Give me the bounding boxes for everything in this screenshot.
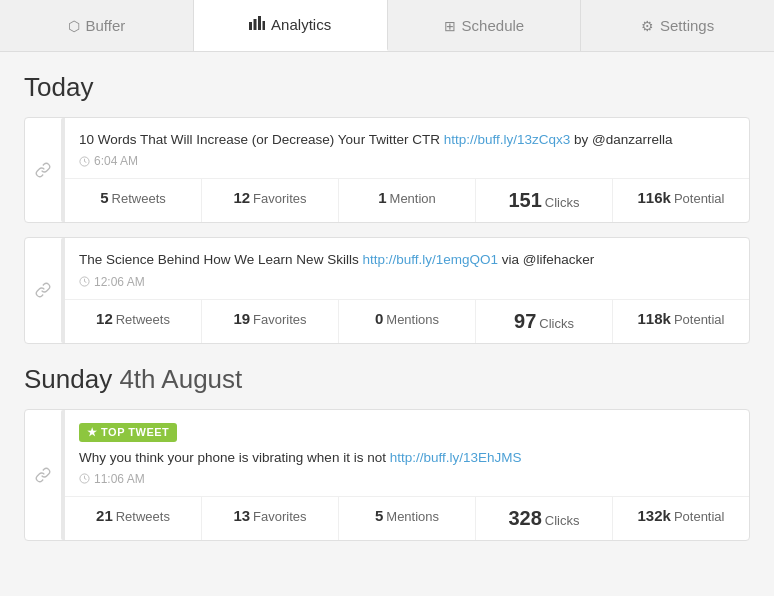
section-sunday-title: Sunday 4th August <box>24 364 750 395</box>
tweet-time: 6:04 AM <box>79 154 735 168</box>
top-tweet-badge: ★ TOP TWEET <box>79 423 177 442</box>
tab-schedule-label: Schedule <box>462 17 525 34</box>
tweet-text: 10 Words That Will Increase (or Decrease… <box>79 130 735 150</box>
stat-favorites: 13Favorites <box>202 497 339 540</box>
svg-rect-0 <box>249 22 252 30</box>
tweet-link[interactable]: http://buff.ly/13EhJMS <box>390 450 522 465</box>
svg-rect-1 <box>254 19 257 30</box>
svg-rect-3 <box>263 21 266 30</box>
stat-retweets: 5Retweets <box>65 179 202 222</box>
tweet-body: The Science Behind How We Learn New Skil… <box>65 238 749 342</box>
tab-settings[interactable]: ⚙ Settings <box>581 0 774 51</box>
stat-mentions: 0Mentions <box>339 300 476 343</box>
stat-clicks: 151Clicks <box>476 179 613 222</box>
stat-favorites: 19Favorites <box>202 300 339 343</box>
stat-potential: 116kPotential <box>613 179 749 222</box>
link-icon[interactable] <box>25 238 61 342</box>
tweet-link[interactable]: http://buff.ly/13zCqx3 <box>444 132 571 147</box>
stat-clicks: 97Clicks <box>476 300 613 343</box>
schedule-icon: ⊞ <box>444 18 456 34</box>
stat-favorites: 12Favorites <box>202 179 339 222</box>
stat-potential: 118kPotential <box>613 300 749 343</box>
sunday-date: 4th August <box>119 364 242 394</box>
stat-mention: 1Mention <box>339 179 476 222</box>
link-icon[interactable] <box>25 118 61 222</box>
tweet-card: ★ TOP TWEET Why you think your phone is … <box>24 409 750 541</box>
analytics-icon <box>249 16 265 33</box>
link-icon[interactable] <box>25 410 61 540</box>
tab-buffer-label: Buffer <box>86 17 126 34</box>
tweet-body: ★ TOP TWEET Why you think your phone is … <box>65 410 749 540</box>
tab-schedule[interactable]: ⊞ Schedule <box>388 0 582 51</box>
stat-retweets: 21Retweets <box>65 497 202 540</box>
section-today-title: Today <box>24 72 750 103</box>
tab-buffer[interactable]: ⬡ Buffer <box>0 0 194 51</box>
settings-icon: ⚙ <box>641 18 654 34</box>
tweet-text: Why you think your phone is vibrating wh… <box>79 448 735 468</box>
tweet-link[interactable]: http://buff.ly/1emgQO1 <box>362 252 498 267</box>
stat-retweets: 12Retweets <box>65 300 202 343</box>
stat-clicks: 328Clicks <box>476 497 613 540</box>
tweet-body: 10 Words That Will Increase (or Decrease… <box>65 118 749 222</box>
tab-settings-label: Settings <box>660 17 714 34</box>
section-sunday: Sunday 4th August ★ TOP TWEET Why you th… <box>24 364 750 541</box>
tab-bar: ⬡ Buffer Analytics ⊞ Schedule ⚙ Settings <box>0 0 774 52</box>
tweet-card: The Science Behind How We Learn New Skil… <box>24 237 750 343</box>
stats-row: 12Retweets 19Favorites 0Mentions 97Click… <box>65 299 749 343</box>
tweet-time: 12:06 AM <box>79 275 735 289</box>
tab-analytics[interactable]: Analytics <box>194 0 388 51</box>
tweet-time: 11:06 AM <box>79 472 735 486</box>
stat-mentions: 5Mentions <box>339 497 476 540</box>
tweet-text: The Science Behind How We Learn New Skil… <box>79 250 735 270</box>
stats-row: 21Retweets 13Favorites 5Mentions 328Clic… <box>65 496 749 540</box>
tweet-card: 10 Words That Will Increase (or Decrease… <box>24 117 750 223</box>
section-today: Today 10 Words That Will Increase (or De… <box>24 72 750 344</box>
svg-rect-2 <box>258 16 261 30</box>
main-content: Today 10 Words That Will Increase (or De… <box>0 52 774 581</box>
buffer-icon: ⬡ <box>68 18 80 34</box>
stats-row: 5Retweets 12Favorites 1Mention 151Clicks… <box>65 178 749 222</box>
stat-potential: 132kPotential <box>613 497 749 540</box>
tab-analytics-label: Analytics <box>271 16 331 33</box>
